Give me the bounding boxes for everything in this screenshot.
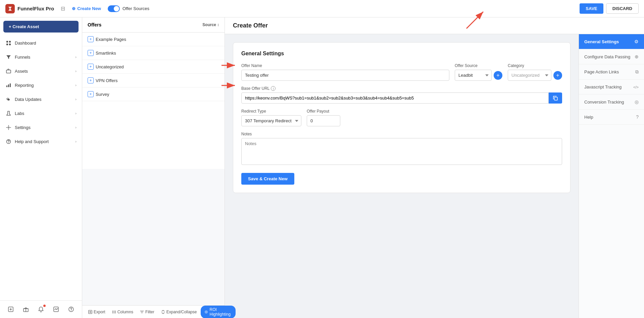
- javascript-tracking-icon: </>: [633, 85, 639, 89]
- redirect-type-group: Redirect Type 307 Temporary Redirect: [241, 109, 301, 126]
- category-label: Category: [508, 63, 562, 68]
- right-sidebar-configure-data[interactable]: Configure Data Passing ⊕: [579, 49, 644, 64]
- help-label: Help: [584, 115, 593, 120]
- add-source-button[interactable]: +: [494, 71, 502, 80]
- add-category-button[interactable]: +: [553, 71, 562, 80]
- main-layout: + Create Asset Dashboard Funnels › Asset…: [0, 17, 644, 318]
- expand-collapse-button[interactable]: Expand/Collapse: [158, 308, 200, 316]
- export-button[interactable]: Export: [86, 308, 108, 316]
- list-item[interactable]: + Smartlinks: [82, 46, 225, 60]
- reporting-icon: [5, 82, 11, 88]
- sidebar-item-labs[interactable]: Labs ›: [0, 106, 82, 120]
- save-create-new-button[interactable]: Save & Create New: [241, 173, 294, 185]
- reporting-chevron-icon: ›: [75, 83, 77, 87]
- sidebar-bottom-gift-icon[interactable]: [20, 304, 31, 315]
- offer-name: VPN Offers: [96, 78, 118, 83]
- svg-rect-2: [6, 44, 8, 45]
- base-url-info-icon[interactable]: i: [271, 86, 276, 91]
- right-sidebar-general-settings[interactable]: General Settings ⚙: [579, 34, 644, 49]
- offer-sources-toggle[interactable]: [108, 5, 120, 12]
- conversion-tracking-label: Conversion Tracking: [584, 100, 624, 105]
- list-item[interactable]: + Example Pages: [82, 33, 225, 46]
- save-button[interactable]: SAVE: [580, 3, 603, 14]
- list-item[interactable]: + VPN Offers: [82, 74, 225, 87]
- discard-button[interactable]: DISCARD: [606, 3, 639, 14]
- offer-source-label: Offer Source: [455, 63, 502, 68]
- sidebar-bottom-export-icon[interactable]: [5, 304, 16, 315]
- svg-point-5: [8, 127, 9, 128]
- funnels-icon: [5, 54, 11, 60]
- create-new-button[interactable]: ⊕ Create New: [72, 6, 101, 11]
- sidebar-label-assets: Assets: [15, 69, 72, 74]
- add-item-icon: +: [88, 36, 94, 42]
- sidebar-label-data-updates: Data Updates: [15, 97, 72, 102]
- svg-rect-15: [554, 97, 557, 100]
- columns-button[interactable]: Columns: [109, 308, 136, 316]
- offers-list: + Example Pages + Smartlinks + Uncategor…: [82, 33, 225, 169]
- copy-url-button[interactable]: [549, 92, 562, 104]
- svg-point-12: [71, 310, 71, 311]
- data-updates-chevron-icon: ›: [75, 97, 77, 101]
- sidebar-label-reporting: Reporting: [15, 83, 72, 88]
- offer-name-input[interactable]: [241, 70, 449, 81]
- sidebar-label-funnels: Funnels: [15, 55, 72, 60]
- collapse-icon[interactable]: ⊟: [61, 5, 65, 12]
- sidebar-item-funnels[interactable]: Funnels ›: [0, 50, 82, 64]
- form-area: General Settings Offer Name Offer Source…: [225, 34, 579, 318]
- offer-source-select[interactable]: Leadbit: [455, 70, 492, 81]
- offer-payout-label: Offer Payout: [307, 109, 340, 114]
- svg-point-7: [8, 142, 8, 143]
- logo-area: FunnelFlux Pro: [5, 4, 54, 13]
- sidebar-label-help: Help and Support: [15, 139, 72, 144]
- page-action-links-icon: ⧉: [635, 69, 639, 75]
- sidebar-bottom-help-icon[interactable]: [66, 304, 77, 315]
- right-sidebar-javascript-tracking[interactable]: Javascript Tracking </>: [579, 80, 644, 94]
- offer-name: Example Pages: [96, 37, 126, 42]
- toggle-label: Offer Sources: [122, 6, 149, 11]
- offers-panel: Offers Source ↕ + Example Pages + Smartl…: [82, 17, 225, 318]
- right-sidebar-help[interactable]: Help ?: [579, 110, 644, 125]
- sidebar-bottom: [0, 300, 82, 318]
- sidebar-item-reporting[interactable]: Reporting ›: [0, 78, 82, 92]
- notes-textarea[interactable]: [241, 138, 562, 165]
- sidebar-bottom-notifications-icon[interactable]: [36, 304, 46, 315]
- sidebar: + Create Asset Dashboard Funnels › Asset…: [0, 17, 82, 318]
- sidebar-label-settings: Settings: [15, 125, 72, 130]
- sidebar-item-help[interactable]: Help and Support ›: [0, 134, 82, 148]
- redirect-type-select[interactable]: 307 Temporary Redirect: [241, 115, 301, 126]
- category-select[interactable]: Uncategorized: [508, 70, 551, 81]
- sidebar-item-settings[interactable]: Settings ›: [0, 120, 82, 134]
- javascript-tracking-label: Javascript Tracking: [584, 84, 622, 89]
- add-item-icon: +: [88, 50, 94, 56]
- settings-icon: [5, 124, 11, 130]
- help-icon: [5, 138, 11, 144]
- offers-title: Offers: [88, 22, 101, 27]
- help-question-icon: ?: [636, 114, 639, 120]
- form-row-2: Base Offer URL i: [241, 86, 562, 104]
- notes-group: Notes: [241, 132, 562, 165]
- create-asset-button[interactable]: + Create Asset: [3, 21, 79, 33]
- top-bar: FunnelFlux Pro ⊟ ⊕ Create New Offer Sour…: [0, 0, 644, 17]
- offer-name: Uncategorized: [96, 64, 124, 69]
- sidebar-item-assets[interactable]: Assets ›: [0, 64, 82, 78]
- svg-rect-0: [6, 41, 8, 43]
- sidebar-item-data-updates[interactable]: Data Updates ›: [0, 92, 82, 106]
- app-name: FunnelFlux Pro: [17, 6, 54, 11]
- dashboard-icon: [5, 40, 11, 46]
- right-sidebar-page-action-links[interactable]: Page Action Links ⧉: [579, 64, 644, 80]
- sidebar-bottom-chart-icon[interactable]: [51, 304, 61, 315]
- list-item[interactable]: + Survey: [82, 87, 225, 101]
- settings-chevron-icon: ›: [75, 125, 77, 129]
- source-column-header: Source ↕: [202, 22, 219, 27]
- sidebar-item-dashboard[interactable]: Dashboard: [0, 36, 82, 50]
- list-item[interactable]: + Uncategorized: [82, 60, 225, 74]
- base-url-input[interactable]: [241, 92, 549, 104]
- top-bar-actions: SAVE DISCARD: [580, 3, 639, 14]
- category-select-group: Uncategorized +: [508, 70, 562, 81]
- notification-dot: [43, 305, 46, 307]
- svg-rect-1: [9, 41, 11, 43]
- right-sidebar-conversion-tracking[interactable]: Conversion Tracking ◎: [579, 94, 644, 110]
- offer-payout-input[interactable]: [307, 115, 340, 126]
- filter-button[interactable]: Filter: [137, 308, 157, 316]
- svg-point-11: [69, 307, 73, 312]
